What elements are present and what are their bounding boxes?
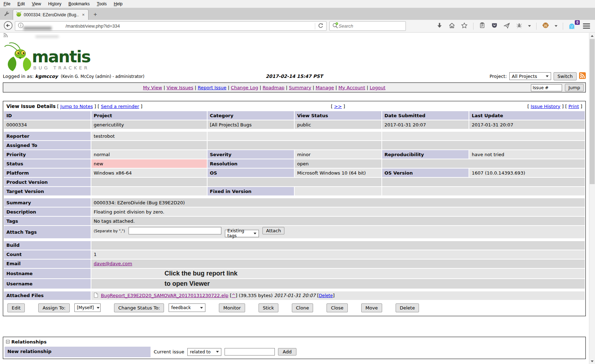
menu-tools[interactable]: Tools [97, 1, 107, 6]
reading-list-icon[interactable] [479, 22, 486, 30]
relationship-type-select[interactable]: related to [187, 348, 221, 356]
pocket-icon[interactable] [491, 22, 498, 30]
back-icon[interactable] [4, 21, 13, 32]
existing-tags-select[interactable]: Existing tags [225, 230, 259, 237]
attachment-date: 2017-01-31 20:07 [274, 293, 316, 298]
toolbar-divider [563, 23, 563, 30]
nav-link-roadmap[interactable]: Roadmap [263, 85, 285, 90]
issue-last-update: 2017-01-31 20:07 [469, 120, 585, 129]
wrench-icon[interactable] [3, 10, 10, 19]
monkey-addon-icon[interactable] [542, 22, 549, 30]
collapse-icon[interactable] [6, 340, 10, 343]
label-summary: Summary [4, 198, 91, 207]
nav-link-my-view[interactable]: My View [143, 85, 162, 90]
label-target-version: Target Version [4, 187, 91, 195]
issue-id: 0000334 [4, 120, 91, 129]
scroll-up-icon[interactable] [589, 33, 595, 39]
chevron-down-icon [546, 75, 549, 77]
reload-icon[interactable] [317, 22, 324, 30]
attachment-open-link[interactable]: ^ [232, 293, 236, 298]
menu-hamburger-icon[interactable] [583, 23, 590, 29]
menu-view[interactable]: View [32, 1, 41, 6]
next-issue-link[interactable]: >> [334, 104, 342, 109]
menu-history[interactable]: History [48, 1, 61, 6]
label-reporter: Reporter [4, 132, 91, 140]
download-icon[interactable] [436, 22, 443, 30]
stick-button[interactable]: Stick [259, 303, 278, 312]
os-value: Microsoft Windows 10 (64 bit) [295, 169, 381, 177]
close-button[interactable]: Close [327, 303, 347, 312]
change-status-button[interactable]: Change Status To: [114, 303, 164, 312]
assign-to-select[interactable]: [Myself] [74, 303, 101, 312]
nav-link-change-log[interactable]: Change Log [231, 85, 258, 90]
edit-button[interactable]: Edit [7, 303, 25, 312]
header-id: ID [4, 111, 91, 120]
platform-value: Windows x86-64 [91, 169, 207, 177]
jump-to-notes-link[interactable]: Jump to Notes [60, 104, 93, 109]
label-attached-files: Attached Files [4, 291, 91, 300]
ghost-addon-icon[interactable]: 0 [568, 22, 578, 30]
bookmark-star-icon[interactable] [461, 22, 468, 30]
header-date-submitted: Date Submitted [382, 111, 469, 120]
vertical-scrollbar[interactable] [589, 33, 595, 364]
attachment-delete-link[interactable]: Delete [319, 293, 333, 298]
addon-dropdown-icon[interactable] [528, 25, 531, 27]
rss-bookmark-icon[interactable] [3, 33, 8, 39]
browser-tab[interactable]: 0000334: EZeroDivide (Bug... × [13, 9, 89, 20]
user-detail-text: (Kevin G. McCoy (admin) - administrator) [61, 74, 144, 79]
tag-input[interactable] [129, 227, 221, 234]
chevron-down-icon [97, 307, 100, 309]
clone-button[interactable]: Clone [292, 303, 313, 312]
issue-category: [All Projects] Bugs [208, 120, 294, 129]
nav-link-my-account[interactable]: My Account [339, 85, 366, 90]
issue-history-link[interactable]: Issue History [531, 104, 560, 109]
tab-close-icon[interactable]: × [81, 12, 85, 17]
jump-button[interactable]: Jump [565, 84, 584, 91]
print-link[interactable]: Print [568, 104, 579, 109]
page-title: View Issue Details [6, 103, 56, 109]
nav-link-manage[interactable]: Manage [316, 85, 334, 90]
nav-link-summary[interactable]: Summary [289, 85, 311, 90]
switch-project-button[interactable]: Switch [554, 72, 577, 80]
issue-date-submitted: 2017-01-31 20:07 [382, 120, 469, 129]
menu-file[interactable]: File [4, 1, 10, 6]
nav-link-view-issues[interactable]: View Issues [166, 85, 193, 90]
monkey-dropdown-icon[interactable] [555, 25, 557, 27]
home-icon[interactable] [448, 22, 455, 30]
logged-in-text: Logged in as: kgmccoy (Kevin G. McCoy (a… [3, 74, 144, 79]
nav-link-report-issue[interactable]: Report Issue [198, 85, 226, 90]
menu-bookmarks[interactable]: Bookmarks [68, 1, 90, 6]
search-input[interactable] [339, 23, 392, 29]
rss-feed-icon[interactable] [579, 72, 586, 80]
new-tab-button[interactable]: + [90, 10, 101, 19]
url-bar[interactable]: /mantisbt/view.php?id=334 [15, 21, 327, 31]
main-nav-links: My View | View Issues | Report Issue | C… [6, 85, 583, 90]
email-link[interactable]: dave@dave.com [94, 261, 132, 266]
nav-link-logout[interactable]: Logout [370, 85, 386, 90]
related-issue-input[interactable] [225, 348, 275, 356]
scrollbar-thumb[interactable] [590, 39, 595, 184]
label-build: Build [4, 241, 91, 250]
menu-edit[interactable]: Edit [17, 1, 25, 6]
project-select[interactable]: All Projects [509, 72, 551, 80]
info-icon[interactable] [18, 22, 24, 30]
attachment-link[interactable]: BugReport_E39E2D20_SAMOVAR_2017013123072… [101, 293, 228, 298]
monitor-button[interactable]: Monitor [219, 303, 245, 312]
send-tab-icon[interactable] [503, 22, 510, 30]
spider-addon-icon[interactable] [516, 22, 523, 30]
assign-to-button[interactable]: Assign To: [38, 303, 70, 312]
delete-button[interactable]: Delete [396, 303, 419, 312]
send-reminder-link[interactable]: Send a reminder [101, 104, 139, 109]
reproducibility-value: have not tried [469, 150, 585, 159]
attach-button[interactable]: Attach [262, 227, 284, 234]
label-assigned-to: Assigned To [4, 141, 91, 149]
issue-number-input[interactable] [531, 84, 562, 91]
chevron-down-icon [216, 351, 219, 353]
change-status-select[interactable]: feedback [169, 303, 205, 312]
scroll-down-icon[interactable] [589, 358, 595, 364]
search-box[interactable] [329, 21, 406, 31]
move-button[interactable]: Move [361, 303, 382, 312]
label-fixed-in-version: Fixed in Version [208, 187, 294, 195]
menu-help[interactable]: Help [114, 1, 123, 6]
add-relationship-button[interactable]: Add [278, 348, 296, 356]
